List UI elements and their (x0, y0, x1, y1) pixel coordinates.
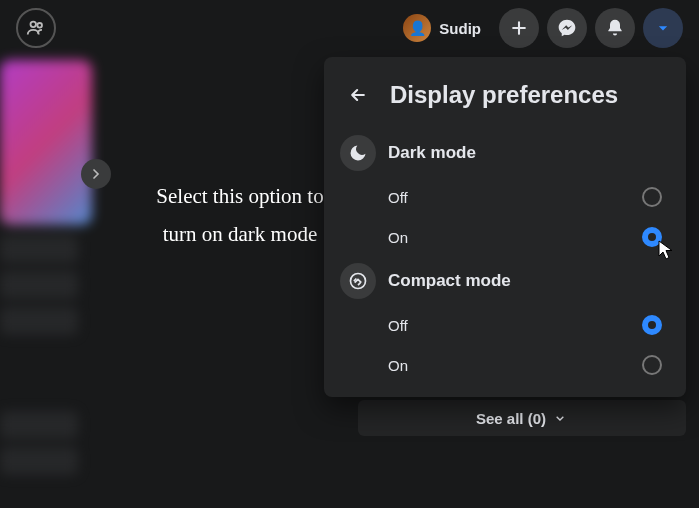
groups-icon (25, 17, 47, 39)
chevron-down-icon (552, 410, 568, 426)
dark-mode-on-option[interactable]: On (332, 217, 678, 257)
radio-label: On (388, 229, 408, 246)
dark-mode-off-option[interactable]: Off (332, 177, 678, 217)
blur-row (0, 307, 78, 335)
see-all-button[interactable]: See all (0) (358, 400, 686, 436)
compact-mode-section-header: Compact mode (332, 257, 678, 305)
radio-label: Off (388, 189, 408, 206)
radio-indicator-selected (642, 315, 662, 335)
user-name: Sudip (439, 20, 481, 37)
topbar: 👤 Sudip (0, 0, 699, 56)
compact-mode-off-option[interactable]: Off (332, 305, 678, 345)
topbar-left (16, 8, 56, 48)
dark-mode-section-header: Dark mode (332, 129, 678, 177)
moon-icon (348, 143, 368, 163)
expand-stories-button[interactable] (81, 159, 111, 189)
dark-mode-title: Dark mode (388, 143, 476, 163)
annotation-text: Select this option to turn on dark mode (150, 178, 330, 254)
svg-point-2 (351, 274, 366, 289)
blur-row (0, 411, 78, 439)
caret-down-icon (653, 18, 673, 38)
plus-icon (509, 18, 529, 38)
groups-button[interactable] (16, 8, 56, 48)
see-all-label: See all (0) (476, 410, 546, 427)
user-profile-chip[interactable]: 👤 Sudip (399, 10, 491, 46)
radio-indicator (642, 187, 662, 207)
compact-mode-title: Compact mode (388, 271, 511, 291)
radio-indicator-selected (642, 227, 662, 247)
compact-mode-on-option[interactable]: On (332, 345, 678, 385)
avatar: 👤 (403, 14, 431, 42)
blur-row (0, 235, 78, 263)
radio-indicator (642, 355, 662, 375)
panel-title: Display preferences (390, 81, 618, 109)
compact-icon-wrap (340, 263, 376, 299)
moon-icon-wrap (340, 135, 376, 171)
create-button[interactable] (499, 8, 539, 48)
notifications-button[interactable] (595, 8, 635, 48)
chevron-right-icon (88, 166, 104, 182)
topbar-right: 👤 Sudip (399, 8, 683, 48)
arrow-left-icon (348, 85, 368, 105)
blur-row (0, 447, 78, 475)
back-button[interactable] (340, 77, 376, 113)
account-menu-button[interactable] (643, 8, 683, 48)
left-sidebar-blurred (0, 60, 98, 500)
radio-label: Off (388, 317, 408, 334)
blur-row (0, 271, 78, 299)
radio-label: On (388, 357, 408, 374)
messenger-icon (557, 18, 577, 38)
display-preferences-panel: Display preferences Dark mode Off On Com… (324, 57, 686, 397)
bell-icon (605, 18, 625, 38)
messenger-button[interactable] (547, 8, 587, 48)
svg-point-0 (31, 22, 37, 27)
svg-point-1 (37, 23, 42, 28)
panel-header: Display preferences (332, 69, 678, 129)
story-card[interactable] (0, 60, 92, 225)
compact-icon (348, 271, 368, 291)
